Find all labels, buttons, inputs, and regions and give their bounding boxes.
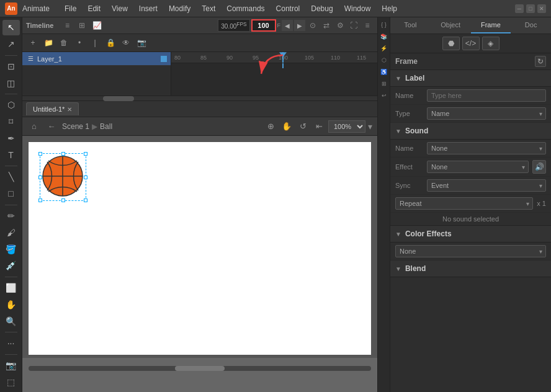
menu-control[interactable]: Control [271, 2, 305, 15]
minimize-button[interactable]: ─ [515, 4, 524, 13]
rotation-button[interactable]: ↺ [296, 120, 310, 133]
menu-view[interactable]: View [107, 2, 133, 15]
more-tools[interactable]: ··· [2, 336, 20, 351]
transform-button[interactable]: ⊕ [264, 120, 277, 133]
back-button[interactable]: ← [45, 120, 58, 133]
menu-debug[interactable]: Debug [306, 2, 338, 15]
maximize-button[interactable]: □ [526, 4, 535, 13]
brush-tool[interactable]: 🖌 [2, 225, 20, 240]
gradient-tool[interactable]: ◫ [2, 75, 20, 91]
free-transform-tool[interactable]: ⊡ [2, 58, 20, 74]
color-effects-section-header[interactable]: ▼ Color Effects [390, 226, 551, 243]
menu-edit[interactable]: Edit [83, 2, 105, 15]
playhead[interactable] [282, 52, 284, 63]
timeline-frames-area[interactable]: 80 85 90 95 100 105 110 115 [171, 52, 377, 96]
select-tool[interactable]: ↖ [2, 20, 20, 35]
components-icon[interactable]: ⬡ [379, 55, 389, 65]
frame-bar[interactable]: | [88, 36, 102, 50]
home-button[interactable]: ⌂ [27, 120, 41, 133]
motion-icon[interactable]: ⚡ [379, 43, 389, 53]
stage-area[interactable] [22, 136, 377, 392]
frame-action-btn-2[interactable]: </> [462, 37, 480, 50]
label-section-header[interactable]: ▼ Label [390, 70, 551, 87]
frame-action-btn-3[interactable]: ◈ [482, 37, 499, 50]
repeat-select[interactable]: Repeat Loop [395, 197, 533, 210]
menu-text[interactable]: Text [197, 2, 220, 15]
sound-name-select[interactable]: None [427, 142, 546, 154]
stage-scrollbar-h[interactable] [29, 366, 371, 371]
timeline-scroll-thumb[interactable] [103, 96, 134, 101]
document-tab[interactable]: Untitled-1* ✕ [26, 102, 79, 115]
name-field-input[interactable] [427, 89, 546, 102]
breadcrumb-scene[interactable]: Scene 1 [62, 122, 89, 131]
timeline-graph-icon[interactable]: 📈 [91, 19, 103, 32]
settings-icon[interactable]: ⚙ [334, 19, 346, 32]
keyframe-dot[interactable]: • [73, 36, 86, 50]
align-icon[interactable]: ⊞ [379, 79, 389, 89]
lock-icon[interactable]: 🔒 [104, 36, 117, 50]
close-button[interactable]: ✕ [537, 4, 546, 13]
breadcrumb-symbol[interactable]: Ball [100, 122, 112, 131]
timeline-layers-icon[interactable]: ≡ [61, 19, 73, 32]
tab-tool[interactable]: Tool [390, 17, 431, 33]
menu-file[interactable]: File [60, 2, 81, 15]
pen-tool[interactable]: ✒ [2, 131, 20, 146]
tab-doc[interactable]: Doc [511, 17, 551, 33]
frame-action-btn-1[interactable]: ⬣ [442, 37, 460, 50]
visibility-icon[interactable]: 👁 [119, 36, 133, 50]
loop-button[interactable]: ⇄ [320, 19, 333, 32]
sound-sync-select[interactable]: Event Start Stop Stream [427, 179, 546, 192]
camera-tool[interactable]: 📷 [2, 358, 20, 373]
sound-section-header[interactable]: ▼ Sound [390, 123, 551, 140]
menu-modify[interactable]: Modify [164, 2, 195, 15]
line-tool[interactable]: ╲ [2, 169, 20, 185]
reset-button[interactable]: ⇤ [312, 120, 326, 133]
eyedropper-tool[interactable]: 💉 [2, 258, 20, 274]
menu-insert[interactable]: Insert [134, 2, 163, 15]
menu-window[interactable]: Window [339, 2, 376, 15]
chevron-down-icon[interactable]: ▾ [368, 122, 372, 131]
3d-tool[interactable]: ⬡ [2, 97, 20, 113]
tab-object[interactable]: Object [431, 17, 471, 33]
timeline-frames-icon[interactable]: ⊞ [76, 19, 88, 32]
camera-layers-icon[interactable]: 📷 [135, 36, 148, 50]
next-frame-button[interactable]: ▶ [294, 20, 305, 31]
paint-bucket-tool[interactable]: 🪣 [2, 241, 20, 257]
basketball-object[interactable] [41, 154, 84, 198]
artboard-tool[interactable]: ⬚ [2, 374, 20, 390]
code-snippet-icon[interactable]: { } [379, 20, 389, 30]
lasso-tool[interactable]: ⌑ [2, 114, 20, 130]
frame-refresh-icon[interactable]: ↻ [535, 56, 546, 67]
zoom-tool[interactable]: 🔍 [2, 313, 20, 329]
timeline-scrollbar[interactable] [22, 96, 377, 100]
zoom-select[interactable]: 100% 50% 200% Fit in Window [328, 120, 365, 133]
sound-effect-select[interactable]: None Left Channel Right Channel Fade In … [427, 161, 529, 173]
history-icon[interactable]: ↩ [379, 91, 389, 100]
hand-tool[interactable]: ✋ [2, 296, 20, 312]
prev-frame-button[interactable]: ◀ [282, 20, 293, 31]
menu-commands[interactable]: Commands [222, 2, 269, 15]
hand-stage-button[interactable]: ✋ [280, 120, 293, 133]
fullscreen-icon[interactable]: ⛶ [347, 19, 360, 32]
library-icon[interactable]: 📚 [379, 32, 389, 42]
accessibility-icon[interactable]: ♿ [379, 67, 389, 77]
stage-canvas[interactable] [29, 142, 371, 355]
rect-tool[interactable]: □ [2, 186, 20, 202]
current-frame-input[interactable] [251, 19, 276, 32]
handle-bl[interactable] [38, 198, 42, 202]
new-layer-button[interactable]: + [26, 36, 40, 50]
type-select[interactable]: Name Comment Anchor [427, 107, 546, 120]
eraser-tool[interactable]: ⬜ [2, 280, 20, 296]
sound-preview-button[interactable]: 🔊 [532, 160, 546, 174]
blend-section-header[interactable]: ▼ Blend [390, 261, 551, 277]
delete-layer-button[interactable]: 🗑 [57, 36, 71, 50]
handle-bc[interactable] [61, 198, 65, 202]
onion-skin-button[interactable]: ⊙ [307, 19, 319, 32]
color-effects-select[interactable]: None Brightness Tint Advanced Alpha [395, 245, 546, 257]
stage-scroll-thumb[interactable] [175, 366, 225, 371]
subselect-tool[interactable]: ↗ [2, 37, 20, 52]
handle-br[interactable] [84, 198, 87, 202]
pencil-tool[interactable]: ✏ [2, 208, 20, 224]
tab-close-button[interactable]: ✕ [67, 106, 72, 113]
menu-help[interactable]: Help [377, 2, 402, 15]
